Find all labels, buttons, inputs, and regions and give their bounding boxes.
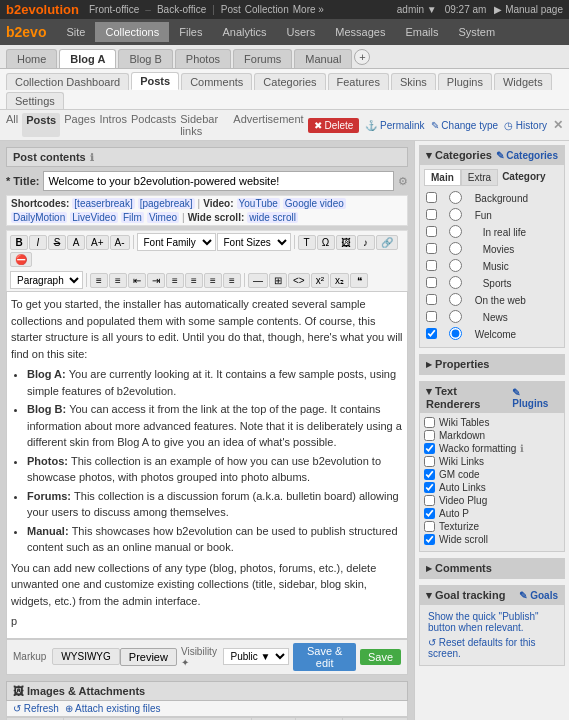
topbar-admin[interactable]: admin ▼ (397, 4, 437, 15)
attach-existing-button[interactable]: ⊕ Attach existing files (65, 703, 161, 714)
cat-checkbox-5[interactable] (426, 276, 437, 289)
cat-checkbox-0[interactable] (426, 191, 437, 204)
tb-font-smaller[interactable]: A- (110, 235, 130, 250)
renderer-check-9[interactable] (424, 534, 435, 545)
topbar-more-label[interactable]: More » (293, 4, 324, 15)
topbar-link-frontoffice[interactable]: Front-office (89, 4, 139, 15)
preview-button[interactable]: Preview (120, 648, 177, 666)
goal-tracking-header[interactable]: ▾ Goal tracking ✎ Goals (420, 586, 564, 605)
tab-settings[interactable]: Settings (6, 92, 64, 109)
properties-header[interactable]: ▸ Properties (420, 355, 564, 374)
filter-pages[interactable]: Pages (64, 113, 95, 137)
plugins-link[interactable]: ✎ Plugins (512, 387, 558, 409)
filter-advertisement[interactable]: Advertisement (233, 113, 303, 137)
tb-blockquote[interactable]: ❝ (350, 273, 368, 288)
wysiwyg-button[interactable]: WYSIWYG (52, 648, 119, 665)
tb-anchor[interactable]: A (67, 235, 85, 250)
video-dailymotion[interactable]: DailyMotion (11, 212, 67, 223)
nav-messages[interactable]: Messages (325, 22, 395, 42)
tb-media[interactable]: ♪ (357, 235, 375, 250)
topbar-collection-label[interactable]: Collection (245, 4, 289, 15)
nav-system[interactable]: System (448, 22, 505, 42)
cat-radio-8[interactable] (449, 327, 462, 340)
title-options-icon[interactable]: ⚙ (398, 175, 408, 188)
tab-features[interactable]: Features (328, 73, 389, 90)
tab-widgets[interactable]: Widgets (494, 73, 552, 90)
renderer-info-2[interactable]: ℹ (520, 443, 524, 454)
save-edit-button[interactable]: Save & edit (293, 643, 355, 671)
title-input[interactable] (43, 171, 394, 191)
renderer-check-0[interactable] (424, 417, 435, 428)
tb-special-char[interactable]: Ω (317, 235, 335, 250)
history-button[interactable]: ◷ History (504, 120, 547, 131)
nav-users[interactable]: Users (277, 22, 326, 42)
text-renderers-header[interactable]: ▾ Text Renderers ✎ Plugins (420, 382, 564, 413)
renderer-check-6[interactable] (424, 495, 435, 506)
renderer-check-2[interactable] (424, 443, 435, 454)
tb-table[interactable]: ⊞ (269, 273, 287, 288)
cat-radio-4[interactable] (449, 259, 462, 272)
tb-unordered-list[interactable]: ≡ (90, 273, 108, 288)
tb-code[interactable]: <> (288, 273, 310, 288)
tab-posts[interactable]: Posts (131, 72, 179, 90)
cat-checkbox-1[interactable] (426, 208, 437, 221)
filter-close-button[interactable]: ✕ (553, 118, 563, 132)
cat-checkbox-3[interactable] (426, 242, 437, 255)
cat-checkbox-4[interactable] (426, 259, 437, 272)
tb-superscript[interactable]: x² (311, 273, 329, 288)
page-tab-blogb[interactable]: Blog B (118, 49, 172, 68)
tb-strikethrough[interactable]: S (48, 235, 66, 250)
post-contents-info-icon[interactable]: ℹ (90, 152, 94, 163)
tb-text-color[interactable]: T (298, 235, 316, 250)
page-tab-manual[interactable]: Manual (294, 49, 352, 68)
renderer-check-4[interactable] (424, 469, 435, 480)
page-tab-photos[interactable]: Photos (175, 49, 231, 68)
filter-podcasts[interactable]: Podcasts (131, 113, 176, 137)
cat-radio-7[interactable] (449, 310, 462, 323)
page-tab-add-button[interactable]: + (354, 49, 370, 65)
video-film[interactable]: Film (121, 212, 144, 223)
show-publish-link[interactable]: Show the quick "Publish" button when rel… (428, 611, 539, 633)
tb-unlink[interactable]: ⛔ (10, 252, 32, 267)
renderer-check-8[interactable] (424, 521, 435, 532)
paragraph-select[interactable]: Paragraph (10, 271, 83, 289)
visibility-select[interactable]: Public ▼ (223, 648, 289, 665)
page-tab-bloga[interactable]: Blog A (59, 49, 116, 68)
topbar-manual[interactable]: ▶ Manual page (494, 4, 563, 15)
categories-edit-link[interactable]: ✎ Categories (496, 150, 558, 161)
renderer-check-5[interactable] (424, 482, 435, 493)
tb-outdent[interactable]: ⇤ (128, 273, 146, 288)
tab-categories[interactable]: Categories (254, 73, 325, 90)
tab-collection-dashboard[interactable]: Collection Dashboard (6, 73, 129, 90)
shortcode-pagebreak[interactable]: [pagebreak] (138, 198, 195, 209)
filter-intros[interactable]: Intros (99, 113, 127, 137)
change-type-button[interactable]: ✎ Change type (431, 120, 499, 131)
cat-checkbox-2[interactable] (426, 225, 437, 238)
shortcode-teaserbreak[interactable]: [teaserbreak] (72, 198, 134, 209)
page-tab-home[interactable]: Home (6, 49, 57, 68)
tb-image[interactable]: 🖼 (336, 235, 356, 250)
comments-header[interactable]: ▸ Comments (420, 559, 564, 578)
tb-align-justify[interactable]: ≡ (223, 273, 241, 288)
save-button[interactable]: Save (360, 649, 401, 665)
font-family-select[interactable]: Font Family (137, 233, 216, 251)
tb-font-larger[interactable]: A+ (86, 235, 109, 250)
cat-tab-extra[interactable]: Extra (461, 169, 498, 186)
tb-bold[interactable]: B (10, 235, 28, 250)
video-livevideo[interactable]: LiveVideo (70, 212, 118, 223)
tb-subscript[interactable]: x₂ (330, 273, 349, 288)
cat-radio-3[interactable] (449, 242, 462, 255)
delete-button[interactable]: ✖ Delete (308, 118, 360, 133)
cat-radio-0[interactable] (449, 191, 462, 204)
cat-checkbox-8[interactable] (426, 327, 437, 340)
tab-comments[interactable]: Comments (181, 73, 252, 90)
tb-indent[interactable]: ⇥ (147, 273, 165, 288)
tb-align-left[interactable]: ≡ (166, 273, 184, 288)
topbar-link-backoffice[interactable]: Back-office (157, 4, 206, 15)
filter-all[interactable]: All (6, 113, 18, 137)
tb-align-center[interactable]: ≡ (185, 273, 203, 288)
nav-site[interactable]: Site (56, 22, 95, 42)
cat-radio-1[interactable] (449, 208, 462, 221)
cat-tab-main[interactable]: Main (424, 169, 461, 186)
nav-collections[interactable]: Collections (95, 22, 169, 42)
